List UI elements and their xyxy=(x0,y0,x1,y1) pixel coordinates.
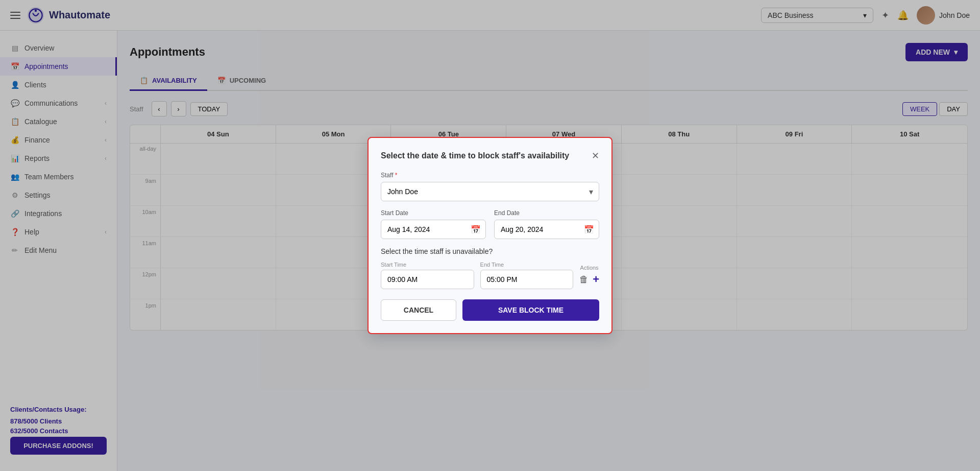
end-time-label: End Time xyxy=(480,262,574,268)
staff-field-group: Staff * John Doe xyxy=(381,172,599,201)
action-buttons: 🗑 + xyxy=(579,273,599,287)
modal-footer: CANCEL SAVE BLOCK TIME xyxy=(381,299,599,321)
date-row: Start Date 📅 End Date 📅 xyxy=(381,209,599,239)
staff-field-label: Staff * xyxy=(381,172,599,179)
add-time-button[interactable]: + xyxy=(593,273,599,286)
modal-close-button[interactable]: ✕ xyxy=(592,150,599,161)
start-date-input-wrapper: 📅 xyxy=(381,220,486,239)
actions-label: Actions xyxy=(580,265,599,271)
end-date-input-wrapper: 📅 xyxy=(494,220,599,239)
time-section-label: Select the time staff is unavailable? xyxy=(381,247,599,255)
time-row-inputs: Start Time End Time Actions 🗑 + xyxy=(381,262,599,289)
end-date-group: End Date 📅 xyxy=(494,209,599,239)
start-time-group: Start Time xyxy=(381,262,474,289)
actions-group: Actions 🗑 + xyxy=(579,265,599,289)
delete-time-button[interactable]: 🗑 xyxy=(579,274,589,285)
start-time-input[interactable] xyxy=(381,270,474,289)
staff-select-wrapper: John Doe xyxy=(381,182,599,201)
modal-title: Select the date & time to block staff's … xyxy=(381,151,569,160)
start-time-label: Start Time xyxy=(381,262,474,268)
modal-header: Select the date & time to block staff's … xyxy=(381,150,599,161)
required-indicator: * xyxy=(395,172,398,179)
start-date-input[interactable] xyxy=(381,220,486,239)
end-time-group: End Time xyxy=(480,262,574,289)
cancel-button[interactable]: CANCEL xyxy=(381,299,456,321)
end-date-input[interactable] xyxy=(494,220,599,239)
start-date-group: Start Date 📅 xyxy=(381,209,486,239)
modal-overlay: Select the date & time to block staff's … xyxy=(0,0,980,471)
block-time-modal: Select the date & time to block staff's … xyxy=(368,137,612,334)
end-time-input[interactable] xyxy=(480,270,574,289)
start-date-label: Start Date xyxy=(381,209,486,217)
end-date-label: End Date xyxy=(494,209,599,217)
staff-select[interactable]: John Doe xyxy=(381,182,599,201)
save-block-time-button[interactable]: SAVE BLOCK TIME xyxy=(462,299,599,321)
